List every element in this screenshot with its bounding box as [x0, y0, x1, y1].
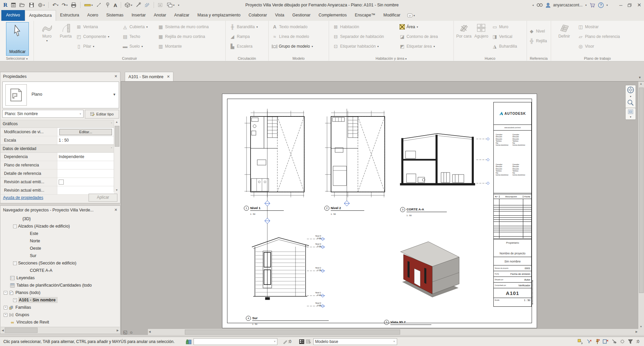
texto-modelado-button[interactable]: ATexto modelado [271, 22, 309, 31]
text-icon[interactable]: A [113, 1, 118, 9]
background-processes-icon[interactable] [603, 339, 608, 344]
customize-qat-icon[interactable]: ▾ [177, 1, 180, 9]
ribbon-display-toggle[interactable]: ▾ [405, 10, 418, 21]
pin-icon[interactable] [595, 339, 600, 344]
account-icon[interactable] [546, 3, 550, 8]
modify-button[interactable]: Modificar [6, 22, 29, 56]
browser-item-norte[interactable]: Norte [1, 237, 119, 245]
hueco-vertical-button[interactable]: ◨Vertical [491, 32, 513, 41]
etiquetar-habitacion-button[interactable]: ⊡Etiquetar habitación▾ [332, 42, 380, 51]
panel-label-construir[interactable]: Construir [34, 56, 225, 60]
etiquetar-area-button[interactable]: ◩Etiquetar área▾ [398, 42, 436, 51]
design-options-pick-icon[interactable] [306, 339, 311, 344]
collapse-infocenter-icon[interactable]: ◂ [532, 3, 534, 7]
canvas-hscrollbar[interactable]: ◀ ▶ [148, 329, 638, 335]
restore-button[interactable] [628, 3, 632, 7]
design-options-list-icon[interactable] [299, 339, 305, 344]
hueco-muro-button[interactable]: ▭Muro [491, 22, 509, 31]
rejilla-button[interactable]: ╬Rejilla [528, 37, 548, 45]
property-row[interactable]: Revisión actual emiti... [1, 178, 114, 186]
componente-button[interactable]: ◰Componente▾ [75, 32, 110, 41]
viewport-label-nivel-2[interactable]: 2 Nivel 21 : 50 [324, 205, 364, 216]
measure-icon[interactable]: ▾ [84, 1, 93, 9]
close-button[interactable]: ✕ [637, 2, 641, 8]
viewport-label-sur[interactable]: 4 Sur1 : 50 [246, 315, 329, 326]
tab-archivo[interactable]: Archivo [1, 10, 25, 21]
panel-label-plano-de-trabajo[interactable]: Plano de trabajo [551, 56, 644, 60]
save-icon[interactable] [28, 1, 35, 9]
property-row[interactable]: Detalle de referencia [1, 169, 114, 178]
nav-extra-menu-icon[interactable]: ▾ [630, 115, 631, 118]
type-selector-dropdown-icon[interactable]: ▼ [113, 93, 116, 96]
editar-button[interactable]: Editar... [59, 129, 112, 135]
drawing-canvas[interactable]: 1 Nivel 11 : 50 2 Nivel 21 : 50 3 CORTE … [121, 81, 644, 335]
close-hidden-windows-icon[interactable] [157, 1, 164, 9]
por-cara-button[interactable]: Por cara [456, 22, 472, 52]
rampa-button[interactable]: ◢Rampa [229, 32, 251, 41]
mostrar-button[interactable]: ◫Mostrar [577, 22, 600, 31]
properties-icon[interactable] [10, 1, 17, 9]
account-name[interactable]: anyarcazacont... [553, 3, 583, 7]
press-drag-icon[interactable] [578, 339, 583, 344]
tab-gestionar[interactable]: Gestionar [288, 10, 315, 21]
workset-dropdown[interactable]: ˅ [194, 338, 277, 345]
redo-icon[interactable]: ↷▾ [61, 1, 68, 9]
tab-modificar[interactable]: Modificar [379, 10, 405, 21]
help-menu-icon[interactable]: ▾ [606, 4, 608, 7]
property-row[interactable]: Dependencia Independiente [1, 153, 114, 161]
plano-de-referencia-button[interactable]: ▱Plano de referencia [577, 32, 621, 41]
ventana-button[interactable]: ⊞Ventana [75, 22, 99, 31]
section-icon[interactable] [135, 1, 142, 9]
browser-item-oeste[interactable]: Oeste [1, 245, 119, 252]
sync-with-central-icon[interactable]: ▾ [37, 1, 45, 9]
steering-wheel-menu-icon[interactable]: ▾ [630, 95, 631, 98]
canvas-vscrollbar[interactable]: ▲ ▼ [638, 82, 644, 329]
browser-item-grupos[interactable]: +Grupos [1, 311, 119, 318]
exclude-options-icon[interactable] [586, 339, 592, 344]
definir-button[interactable]: Definir [555, 22, 573, 52]
area-button[interactable]: Área▾ [398, 22, 419, 31]
browser-hscrollbar[interactable]: ◀ ▶ [1, 327, 120, 333]
select-by-move-icon[interactable] [611, 339, 617, 344]
browser-item-a101[interactable]: +A101 - Sin nombre [1, 296, 119, 304]
browser-item-planos[interactable]: −Planos (todo) [1, 289, 119, 296]
visor-button[interactable]: ◎Visor [577, 42, 595, 51]
tab-enscape[interactable]: Enscape™ [351, 10, 379, 21]
section-graficos[interactable]: Gráficosˆ [1, 120, 114, 128]
browser-close-icon[interactable]: ✕ [114, 208, 117, 212]
steering-wheel-icon[interactable] [627, 86, 634, 94]
buhardilla-button[interactable]: ◮Buhardilla [491, 42, 518, 51]
viewport-label-vista-3d-2[interactable]: 5 Vista 3D 2 [384, 319, 431, 325]
separador-habitacion-button[interactable]: ⊟Separador de habitación [332, 32, 385, 41]
view-tab-a101[interactable]: A101 - Sin nombre ✕ [125, 72, 173, 81]
puerta-button[interactable]: Puerta [58, 22, 74, 52]
scale-icon[interactable]: ◱ [123, 330, 127, 335]
properties-close-icon[interactable]: ✕ [114, 74, 117, 79]
properties-scrollbar[interactable]: ▲▼ [114, 120, 120, 192]
tab-analizar[interactable]: Analizar [170, 10, 193, 21]
habitacion-button[interactable]: ⊠Habitación [332, 22, 360, 31]
title-block[interactable]: AUTODESK www.autodesk.com/revit Consulto… [493, 102, 532, 307]
open-icon[interactable] [19, 1, 26, 9]
property-row[interactable]: Escala 1 : 50 [1, 136, 114, 145]
browser-item-leyendas[interactable]: Leyendas [1, 274, 119, 282]
minimize-button[interactable]: ─ [619, 3, 622, 8]
escalera-button[interactable]: ▙Escalera [229, 42, 254, 51]
filter-icon[interactable] [628, 339, 633, 344]
panel-label-referencia[interactable]: Referencia [527, 56, 551, 60]
panel-label-hueco[interactable]: Hueco [453, 56, 527, 60]
tab-colaborar[interactable]: Colaborar [245, 10, 271, 21]
revision-checkbox[interactable] [59, 180, 64, 185]
viewport-label-corte-a-a[interactable]: 3 CORTE A-A1 : 50 [400, 207, 447, 217]
tag-icon[interactable]: 1 [104, 1, 111, 9]
browser-item-alzados[interactable]: −Alzados (Alzado de edificio) [1, 223, 119, 230]
type-selector[interactable]: Plano ▼ [2, 82, 119, 108]
editable-only-icon[interactable] [283, 339, 288, 344]
help-icon[interactable]: ? [598, 2, 604, 8]
nivel-button[interactable]: ◆Nivel [528, 27, 546, 36]
worksets-icon[interactable] [186, 339, 192, 344]
browser-item-familias[interactable]: +Familias [1, 304, 119, 311]
tab-insertar[interactable]: Insertar [127, 10, 150, 21]
search-icon[interactable] [536, 2, 543, 8]
rejilla-muro-cortina-button[interactable]: ▦Rejilla de muro cortina [157, 32, 206, 41]
